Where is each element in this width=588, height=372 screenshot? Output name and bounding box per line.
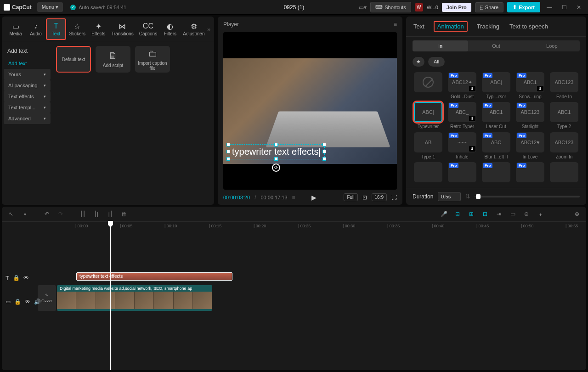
more-tabs-icon[interactable]: » bbox=[207, 26, 210, 33]
align-icon[interactable]: ⇥ bbox=[494, 209, 503, 219]
list-icon[interactable]: ≡ bbox=[292, 194, 295, 201]
anim-thumb[interactable] bbox=[414, 162, 442, 182]
aspect-icon[interactable]: ▭▾ bbox=[359, 4, 367, 11]
ratio-button[interactable]: 16:9 bbox=[372, 193, 387, 201]
anim-thumb[interactable]: ABC123Pro bbox=[516, 102, 544, 122]
sub-tab-loop[interactable]: Loop bbox=[524, 40, 580, 51]
tab-effects[interactable]: ✦Effects bbox=[88, 19, 108, 39]
inspector-tab-animation[interactable]: Animation bbox=[434, 21, 468, 32]
download-icon[interactable]: ⬇ bbox=[537, 86, 543, 91]
inspector-tab-text[interactable]: Text bbox=[413, 21, 425, 32]
anim-thumb[interactable]: Pro bbox=[482, 162, 510, 182]
snap-icon[interactable]: ⊟ bbox=[453, 209, 462, 219]
shortcuts-button[interactable]: ⌨ Shortcuts bbox=[370, 2, 411, 12]
default-text-card[interactable]: Default text bbox=[56, 46, 91, 73]
player-menu-icon[interactable]: ≡ bbox=[394, 21, 397, 28]
tab-audio[interactable]: ♪Audio bbox=[26, 19, 46, 39]
lock-icon[interactable]: 🔒 bbox=[14, 299, 21, 305]
tab-text[interactable]: TText bbox=[46, 18, 66, 40]
export-button[interactable]: ⬆ Export bbox=[507, 2, 540, 12]
user-avatar[interactable]: W bbox=[415, 3, 423, 11]
trim-left-tool[interactable]: ⎮[ bbox=[92, 209, 101, 219]
tab-adjustmen[interactable]: ⚙Adjustmen bbox=[180, 19, 207, 39]
magnet-icon[interactable]: ⊞ bbox=[467, 209, 476, 219]
tab-stickers[interactable]: ☆Stickers bbox=[66, 19, 88, 39]
video-clip[interactable]: Digital marketing media website ad,socia… bbox=[57, 285, 212, 311]
anim-thumb[interactable] bbox=[414, 72, 442, 92]
zoom-out-icon[interactable]: ⊖ bbox=[522, 209, 531, 219]
anim-thumb[interactable]: ABC1Pro bbox=[482, 102, 510, 122]
anim-thumb[interactable]: ABCPro bbox=[482, 132, 510, 152]
tab-media[interactable]: ▭Media bbox=[6, 19, 26, 39]
anim-thumb[interactable]: ABC1 bbox=[550, 102, 578, 122]
sidebar-item-text-effects[interactable]: Text effects▾ bbox=[4, 91, 51, 102]
anim-thumb[interactable]: ABC_Pro⬇ bbox=[448, 102, 476, 122]
chevron-down-icon[interactable]: ▾ bbox=[20, 209, 29, 219]
sub-tab-out[interactable]: Out bbox=[468, 40, 524, 51]
tab-transitions[interactable]: ⋈Transitions bbox=[108, 19, 136, 39]
duration-input[interactable] bbox=[438, 192, 461, 201]
marker-icon[interactable]: ⬧ bbox=[536, 209, 545, 219]
duration-slider[interactable] bbox=[475, 196, 580, 197]
duration-stepper[interactable]: ⇅ bbox=[465, 193, 470, 200]
favorites-filter[interactable]: ★ bbox=[413, 57, 424, 67]
trim-right-tool[interactable]: ]⎮ bbox=[106, 209, 115, 219]
timeline-ruler[interactable]: | 00:00| 00:05| 00:10| 00:15| 00:20| 00:… bbox=[57, 222, 586, 233]
zoom-fit-icon[interactable]: ⊕ bbox=[572, 209, 582, 219]
rotate-icon[interactable]: ⟳ bbox=[272, 163, 280, 172]
anim-thumb[interactable]: Pro bbox=[448, 162, 476, 182]
anim-thumb[interactable]: ABC|Pro bbox=[482, 72, 510, 92]
close-icon[interactable]: ✕ bbox=[573, 2, 584, 13]
menu-button[interactable]: Menu ▾ bbox=[37, 2, 63, 12]
minimize-icon[interactable]: — bbox=[544, 2, 555, 13]
mic-icon[interactable]: 🎤 bbox=[439, 209, 448, 219]
anim-thumb[interactable]: Pro bbox=[516, 162, 544, 182]
tab-captions[interactable]: CCCaptions bbox=[136, 19, 160, 39]
player-viewport[interactable]: typewriter text effects| ⟳ bbox=[223, 32, 397, 190]
anim-thumb[interactable]: ABC12♥Pro bbox=[516, 132, 544, 152]
maximize-icon[interactable]: ☐ bbox=[559, 2, 570, 13]
text-clip[interactable]: typewriter text effects bbox=[76, 272, 232, 281]
pointer-tool[interactable]: ↖ bbox=[6, 209, 16, 219]
mute-icon[interactable]: 🔊 bbox=[34, 299, 41, 305]
full-button[interactable]: Full bbox=[344, 193, 357, 201]
visibility-icon[interactable]: 👁 bbox=[25, 299, 30, 305]
split-tool[interactable]: ⎮⎮ bbox=[78, 209, 87, 219]
sidebar-item-yours[interactable]: Yours▾ bbox=[4, 69, 51, 80]
lock-icon[interactable]: 🔒 bbox=[13, 275, 20, 281]
sidebar-item-advanced[interactable]: Advanced▾ bbox=[4, 113, 51, 124]
sidebar-item-add-text[interactable]: Add text bbox=[4, 58, 51, 69]
text-overlay[interactable]: typewriter text effects| ⟳ bbox=[228, 144, 325, 159]
anim-thumb[interactable]: ABC| bbox=[414, 102, 442, 122]
playhead[interactable] bbox=[110, 222, 111, 370]
play-button[interactable]: ▶ bbox=[311, 194, 317, 201]
redo-button[interactable]: ↷ bbox=[56, 209, 65, 219]
fullscreen-icon[interactable]: ⛶ bbox=[391, 194, 397, 201]
delete-tool[interactable]: 🗑 bbox=[119, 209, 129, 219]
join-pro-button[interactable]: Join Pro bbox=[442, 3, 471, 12]
preview-icon[interactable]: ▭ bbox=[508, 209, 517, 219]
sidebar-item-text-templ-[interactable]: Text templ...▾ bbox=[4, 102, 51, 113]
sidebar-item-ai-packaging[interactable]: AI packaging▾ bbox=[4, 80, 51, 91]
tab-filters[interactable]: ◐Filters bbox=[160, 19, 180, 39]
link-icon[interactable]: ⊡ bbox=[481, 209, 490, 219]
sub-tab-in[interactable]: In bbox=[413, 40, 468, 51]
project-title[interactable]: 0925 (1) bbox=[284, 4, 305, 11]
share-button[interactable]: ⍇ Share bbox=[475, 2, 503, 12]
anim-thumb[interactable] bbox=[550, 162, 578, 182]
anim-thumb[interactable]: ABC123 bbox=[550, 132, 578, 152]
anim-thumb[interactable]: ABC1Pro⬇ bbox=[516, 72, 544, 92]
download-icon[interactable]: ⬇ bbox=[469, 86, 475, 91]
anim-thumb[interactable]: ~~~Pro⬇ bbox=[448, 132, 476, 152]
anim-thumb[interactable]: ABC123 bbox=[550, 72, 578, 92]
anim-thumb[interactable]: AB bbox=[414, 132, 442, 152]
download-icon[interactable]: ⬇ bbox=[469, 146, 475, 152]
undo-button[interactable]: ↶ bbox=[42, 209, 51, 219]
all-filter[interactable]: All bbox=[428, 57, 445, 67]
anim-thumb[interactable]: ABC12✦Pro⬇ bbox=[448, 72, 476, 92]
inspector-tab-tracking[interactable]: Tracking bbox=[476, 21, 500, 32]
crop-icon[interactable]: ⊡ bbox=[362, 194, 367, 201]
download-icon[interactable]: ⬇ bbox=[469, 116, 475, 121]
import-caption-card[interactable]: 🗀 Import caption file bbox=[135, 46, 170, 73]
add-script-card[interactable]: 🗎 Add script bbox=[96, 46, 130, 73]
